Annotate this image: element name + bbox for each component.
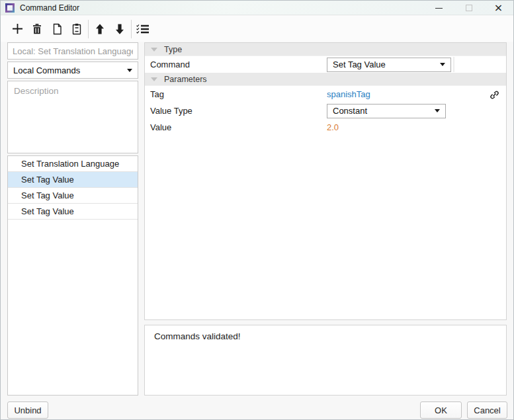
cancel-button[interactable]: Cancel: [467, 401, 507, 419]
section-header-type[interactable]: Type: [145, 43, 506, 56]
command-list-item-label: Set Translation Language: [21, 159, 119, 169]
app-icon-inner: [7, 5, 13, 11]
command-filter-input[interactable]: [7, 42, 138, 60]
type-section-label: Type: [164, 45, 182, 54]
validation-message: Commands validated!: [154, 331, 241, 341]
collapse-triangle-icon: [151, 77, 157, 81]
paste-command-button[interactable]: [67, 19, 87, 39]
minimize-button[interactable]: [424, 1, 454, 15]
add-command-button[interactable]: [7, 19, 27, 39]
move-up-button[interactable]: [90, 19, 110, 39]
arrow-up-icon: [93, 22, 107, 36]
value-property-row: Value 2.0: [145, 119, 506, 136]
command-type-dropdown[interactable]: Set Tag Value: [327, 58, 451, 72]
chevron-down-icon: [440, 63, 445, 66]
command-list-item-label: Set Tag Value: [21, 175, 74, 185]
window-title: Command Editor: [20, 3, 79, 13]
close-button[interactable]: ×: [484, 1, 513, 15]
command-type-selected: Set Tag Value: [333, 60, 440, 69]
command-property-row: Command Set Tag Value: [145, 56, 506, 73]
chevron-down-icon: [127, 69, 132, 72]
maximize-icon: [466, 5, 472, 11]
value-type-property-label: Value Type: [150, 106, 327, 116]
paste-icon: [70, 22, 83, 36]
close-icon: ×: [494, 3, 503, 13]
command-list[interactable]: Set Translation Language Set Tag Value S…: [7, 155, 138, 396]
properties-panel: Type Command Set Tag Value Parameters Ta…: [144, 42, 507, 320]
trash-icon: [30, 22, 44, 36]
window-controls: ×: [424, 1, 513, 15]
command-list-item[interactable]: Set Translation Language: [8, 156, 138, 172]
command-scope-selected: Local Commands: [13, 65, 127, 75]
tag-binding-button[interactable]: [488, 88, 501, 101]
app-icon: [5, 3, 15, 13]
arrow-down-icon: [113, 22, 126, 36]
command-property-label: Command: [150, 60, 327, 69]
minimize-icon: [435, 8, 443, 9]
copy-icon: [50, 22, 64, 36]
tag-property-row: Tag spanishTag: [145, 86, 506, 103]
command-scope-dropdown[interactable]: Local Commands: [7, 62, 138, 79]
description-textarea[interactable]: [7, 81, 138, 153]
value-type-dropdown[interactable]: Constant: [327, 104, 446, 118]
toolbar-separator: [88, 20, 89, 38]
value-field[interactable]: 2.0: [327, 122, 339, 132]
section-header-parameters[interactable]: Parameters: [145, 73, 506, 86]
parameters-section-label: Parameters: [164, 75, 207, 84]
delete-command-button[interactable]: [27, 19, 47, 39]
validate-commands-button[interactable]: [133, 19, 153, 39]
command-row-extra-cell: [453, 57, 505, 72]
value-type-property-row: Value Type Constant: [145, 103, 506, 119]
command-list-item[interactable]: Set Tag Value: [8, 204, 138, 220]
command-list-item[interactable]: Set Tag Value: [8, 188, 138, 204]
tag-property-label: Tag: [150, 89, 327, 99]
command-list-item-label: Set Tag Value: [21, 206, 74, 216]
value-property-label: Value: [150, 122, 327, 132]
value-type-selected: Constant: [333, 106, 435, 116]
move-down-button[interactable]: [110, 19, 130, 39]
link-icon: [489, 89, 500, 101]
chevron-down-icon: [435, 109, 440, 112]
toolbar: [1, 16, 513, 42]
copy-command-button[interactable]: [47, 19, 67, 39]
command-list-item[interactable]: Set Tag Value: [8, 172, 138, 188]
toolbar-separator: [131, 20, 132, 38]
tag-value-link[interactable]: spanishTag: [327, 89, 370, 99]
maximize-button[interactable]: [454, 1, 484, 15]
command-editor-window: Command Editor ×: [0, 0, 514, 420]
collapse-triangle-icon: [151, 48, 157, 52]
plus-icon: [11, 22, 24, 36]
validation-message-box: Commands validated!: [144, 325, 507, 396]
unbind-button[interactable]: Unbind: [7, 401, 48, 419]
ok-button[interactable]: OK: [420, 401, 462, 419]
checklist-icon: [136, 22, 150, 36]
command-list-item-label: Set Tag Value: [21, 190, 74, 200]
titlebar: Command Editor ×: [1, 1, 513, 15]
